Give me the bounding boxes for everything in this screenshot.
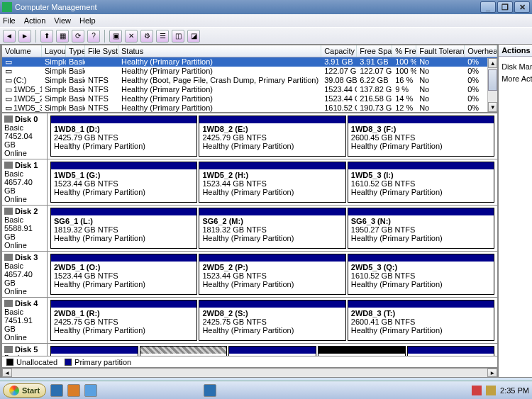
col-overhead[interactable]: Overhead xyxy=(465,45,497,57)
partition[interactable]: 1WD8_3 (F:)2600.45 GB NTFSHealthy (Prima… xyxy=(348,116,494,157)
col-capacity[interactable]: Capacity xyxy=(321,45,357,57)
menu-file[interactable]: File xyxy=(3,16,16,25)
partition[interactable]: XP (Z:)39.08 GB NTFS xyxy=(50,346,138,356)
partition[interactable]: SG6_3 (N:)1950.27 GB NTFSHealthy (Primar… xyxy=(348,208,494,249)
start-button[interactable]: Start xyxy=(3,383,46,398)
volume-list-scrollbar[interactable]: ▲ ▼ xyxy=(487,58,497,112)
col-volume[interactable]: Volume xyxy=(2,45,42,57)
restore-button[interactable]: ❐ xyxy=(497,1,513,13)
quicklaunch-icon[interactable] xyxy=(67,384,80,397)
disk-meta[interactable]: Disk 3Basic4657.40 GBOnline xyxy=(2,252,48,297)
disk-meta[interactable]: Disk 5Basic232.88 GB xyxy=(2,344,48,356)
partition[interactable]: 122.07 GB xyxy=(228,346,316,356)
legend: Unallocated Primary partition xyxy=(1,356,498,368)
scroll-up-icon[interactable]: ▲ xyxy=(488,58,497,68)
legend-swatch-unalloc xyxy=(6,359,13,366)
tray-icon[interactable] xyxy=(486,386,496,395)
back-button[interactable]: ◄ xyxy=(3,30,16,43)
scroll-thumb[interactable] xyxy=(488,69,497,91)
partition[interactable]: 2WD8_2 (S:)2425.75 GB NTFSHealthy (Prima… xyxy=(199,300,345,341)
actions-more[interactable]: More Acti…▸ xyxy=(501,74,532,83)
disk-row: Disk 3Basic4657.40 GBOnline2WD5_1 (O:)15… xyxy=(2,252,497,298)
up-button[interactable]: ⬆ xyxy=(40,30,53,43)
disk-row: Disk 4Basic7451.91 GBOnline2WD8_1 (R:)24… xyxy=(2,298,497,344)
tray-icon[interactable] xyxy=(472,386,482,395)
col-fault[interactable]: Fault Tolerance xyxy=(416,45,465,57)
toolbar: ◄ ► ⬆ ▦ ⟳ ? ▣ ✕ ⚙ ☰ ◫ ◪ xyxy=(0,27,532,44)
volume-row[interactable]: ▭SimpleBasicHealthy (Primary Partition)3… xyxy=(2,57,497,67)
col-filesystem[interactable]: File System xyxy=(85,45,118,57)
disk-icon xyxy=(4,208,13,215)
partition[interactable]: 2WD5_3 (Q:)1610.52 GB NTFSHealthy (Prima… xyxy=(348,254,494,295)
app-icon xyxy=(2,2,12,12)
partition[interactable]: 2WD5_1 (O:)1523.44 GB NTFSHealthy (Prima… xyxy=(50,254,197,295)
menu-action[interactable]: Action xyxy=(24,16,46,25)
delete-button[interactable]: ✕ xyxy=(125,30,138,43)
properties-button[interactable]: ▦ xyxy=(56,30,69,43)
view-button[interactable]: ◫ xyxy=(172,30,184,43)
legend-swatch-primary xyxy=(65,359,72,366)
list-button[interactable]: ☰ xyxy=(156,30,169,43)
partition[interactable]: 2WD8_3 (T:)2600.41 GB NTFSHealthy (Prima… xyxy=(348,300,494,341)
disk-row: Disk 2Basic5588.91 GBOnlineSG6_1 (L:)181… xyxy=(2,206,497,252)
col-freespace[interactable]: Free Space xyxy=(357,45,392,57)
legend-unallocated: Unallocated xyxy=(16,358,57,366)
disk-icon xyxy=(4,300,13,307)
volume-row[interactable]: ▭1WD5_2 (H:)SimpleBasicNTFSHealthy (Prim… xyxy=(2,94,497,103)
volume-row[interactable]: ▭1WD5_1 (G:)SimpleBasicNTFSHealthy (Prim… xyxy=(2,85,497,94)
hscroll-right-icon[interactable]: ► xyxy=(487,369,497,377)
partition[interactable]: 1WD8_2 (E:)2425.79 GB NTFSHealthy (Prima… xyxy=(199,116,345,157)
partition[interactable]: 1WD5_1 (G:)1523.44 GB NTFSHealthy (Prima… xyxy=(50,162,197,203)
settings-button[interactable]: ⚙ xyxy=(140,30,153,43)
quicklaunch-icon[interactable] xyxy=(50,384,63,397)
col-pctfree[interactable]: % Free xyxy=(392,45,416,57)
volume-list-header[interactable]: Volume Layout Type File System Status Ca… xyxy=(2,45,497,57)
windows-orb-icon xyxy=(9,386,19,395)
titlebar: Computer Management _ ❐ ✕ xyxy=(0,0,532,14)
partition[interactable]: 28.76 GB xyxy=(318,346,406,356)
menubar: File Action View Help xyxy=(0,14,532,27)
partition[interactable]: (C:)39.08 GB NTFS xyxy=(407,346,495,356)
partition[interactable]: 1WD5_3 (I:)1610.52 GB NTFSHealthy (Prima… xyxy=(348,162,494,203)
scroll-down-icon[interactable]: ▼ xyxy=(488,102,497,112)
menu-help[interactable]: Help xyxy=(79,16,96,25)
disk-icon xyxy=(4,162,13,169)
minimize-button[interactable]: _ xyxy=(480,1,496,13)
disk-row: Disk 0Basic7452.04 GBOnline1WD8_1 (D:)24… xyxy=(2,113,497,159)
partition[interactable]: 1WD8_1 (D:)2425.79 GB NTFSHealthy (Prima… xyxy=(50,116,197,157)
actions-disk-management[interactable]: Disk Managem…▴ xyxy=(501,62,532,71)
tree-hscroll[interactable]: ◄ ► xyxy=(1,368,498,378)
partition[interactable]: 1WD5_2 (H:)1523.44 GB NTFSHealthy (Prima… xyxy=(199,162,345,203)
forward-button[interactable]: ► xyxy=(18,30,31,43)
disk-meta[interactable]: Disk 4Basic7451.91 GBOnline xyxy=(2,298,48,343)
disk-meta[interactable]: Disk 2Basic5588.91 GBOnline xyxy=(2,206,48,251)
col-layout[interactable]: Layout xyxy=(42,45,66,57)
view2-button[interactable]: ◪ xyxy=(187,30,200,43)
taskbar-app-icon[interactable] xyxy=(204,384,216,397)
disk-graphical-view: Disk 0Basic7452.04 GBOnline1WD8_1 (D:)24… xyxy=(1,113,498,356)
disk-meta[interactable]: Disk 0Basic7452.04 GBOnline xyxy=(2,113,48,159)
close-button[interactable]: ✕ xyxy=(514,1,530,13)
volume-row[interactable]: ▭(C:)SimpleBasicNTFSHealthy (Boot, Page … xyxy=(2,76,497,85)
help-button[interactable]: ? xyxy=(87,30,100,43)
actions-header: Actions xyxy=(499,45,532,57)
actions-pane: Actions Disk Managem…▴ More Acti…▸ xyxy=(498,44,532,378)
disk-meta[interactable]: Disk 1Basic4657.40 GBOnline xyxy=(2,159,48,205)
tool-button[interactable]: ▣ xyxy=(109,30,122,43)
col-type[interactable]: Type xyxy=(66,45,85,57)
volume-row[interactable]: ▭1WD5_3 (I:)SimpleBasicNTFSHealthy (Prim… xyxy=(2,103,497,113)
partition[interactable]: 3.91 GB xyxy=(140,346,228,356)
refresh-button[interactable]: ⟳ xyxy=(72,30,84,43)
partition[interactable]: SG6_2 (M:)1819.32 GB NTFSHealthy (Primar… xyxy=(199,208,345,249)
menu-view[interactable]: View xyxy=(54,16,71,25)
disk-row: Disk 5Basic232.88 GBXP (Z:)39.08 GB NTFS… xyxy=(2,344,497,356)
col-status[interactable]: Status xyxy=(118,45,321,57)
partition[interactable]: 2WD8_1 (R:)2425.75 GB NTFSHealthy (Prima… xyxy=(50,300,197,341)
taskbar-clock[interactable]: 2:35 PM xyxy=(500,386,529,395)
quicklaunch-icon[interactable] xyxy=(84,384,97,397)
partition[interactable]: 2WD5_2 (P:)1523.44 GB NTFSHealthy (Prima… xyxy=(199,254,345,295)
hscroll-left-icon[interactable]: ◄ xyxy=(2,369,12,377)
volume-row[interactable]: ▭SimpleBasicHealthy (Primary Partition)1… xyxy=(2,67,497,76)
system-tray: 2:35 PM xyxy=(472,386,529,395)
partition[interactable]: SG6_1 (L:)1819.32 GB NTFSHealthy (Primar… xyxy=(50,208,197,249)
